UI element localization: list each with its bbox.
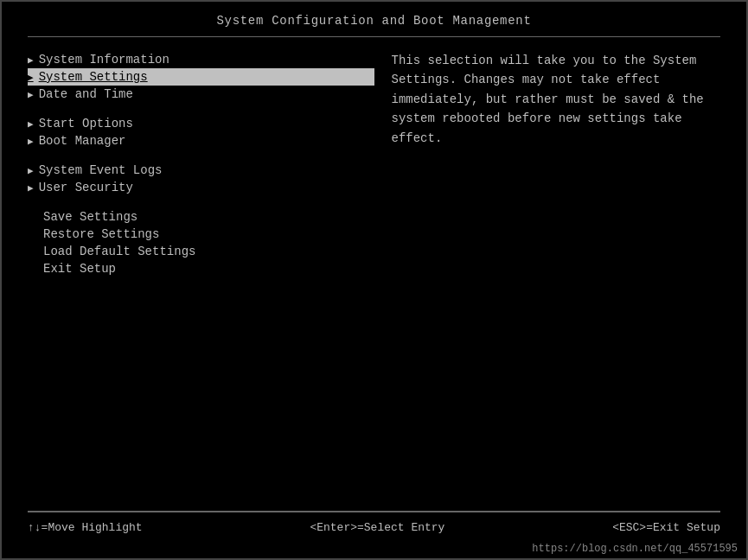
menu-group-2: ▶System Event Logs▶User Security bbox=[28, 162, 374, 196]
menu-item-start-options[interactable]: ▶Start Options bbox=[28, 115, 374, 132]
arrow-icon: ▶ bbox=[28, 165, 34, 176]
description-text: This selection will take you to the Syst… bbox=[392, 54, 704, 145]
menu-item-label-system-information: System Information bbox=[39, 53, 169, 67]
menu-item-system-event-logs[interactable]: ▶System Event Logs bbox=[28, 162, 374, 179]
menu-item-label-exit-setup: Exit Setup bbox=[43, 262, 116, 276]
menu-item-label-date-and-time: Date and Time bbox=[39, 87, 133, 101]
content-area: ▶System Information▶System Settings▶Date… bbox=[2, 37, 746, 511]
menu-item-system-settings[interactable]: ▶System Settings bbox=[28, 68, 374, 86]
menu-item-exit-setup[interactable]: Exit Setup bbox=[28, 260, 374, 277]
arrow-icon: ▶ bbox=[28, 54, 34, 66]
menu-item-label-user-security: User Security bbox=[39, 181, 133, 194]
title-bar: System Configuration and Boot Management bbox=[2, 2, 746, 36]
menu-panel: ▶System Information▶System Settings▶Date… bbox=[28, 37, 374, 511]
menu-item-label-load-default-settings: Load Default Settings bbox=[43, 245, 195, 258]
menu-item-label-system-event-logs: System Event Logs bbox=[39, 163, 163, 177]
arrow-icon: ▶ bbox=[28, 72, 34, 83]
description-panel: This selection will take you to the Syst… bbox=[374, 37, 721, 511]
menu-item-date-and-time[interactable]: ▶Date and Time bbox=[28, 86, 374, 103]
footer-hint-move: ↑↓=Move Highlight bbox=[28, 521, 143, 534]
footer-hint-exit: <ESC>=Exit Setup bbox=[612, 521, 720, 534]
menu-item-load-default-settings[interactable]: Load Default Settings bbox=[28, 243, 374, 260]
menu-item-user-security[interactable]: ▶User Security bbox=[28, 179, 374, 196]
menu-item-label-save-settings: Save Settings bbox=[43, 210, 137, 224]
menu-group-1: ▶Start Options▶Boot Manager bbox=[28, 115, 374, 150]
menu-item-label-restore-settings: Restore Settings bbox=[43, 227, 159, 241]
menu-item-system-information[interactable]: ▶System Information bbox=[28, 51, 374, 68]
menu-item-label-system-settings: System Settings bbox=[39, 70, 148, 84]
menu-item-label-boot-manager: Boot Manager bbox=[39, 134, 126, 148]
arrow-icon: ▶ bbox=[28, 89, 34, 100]
footer-hint-select: <Enter>=Select Entry bbox=[310, 521, 444, 534]
watermark: https://blog.csdn.net/qq_45571595 bbox=[2, 539, 746, 558]
menu-item-label-start-options: Start Options bbox=[39, 117, 133, 130]
page-title: System Configuration and Boot Management bbox=[216, 14, 531, 28]
menu-item-restore-settings[interactable]: Restore Settings bbox=[28, 226, 374, 243]
arrow-icon: ▶ bbox=[28, 118, 34, 130]
menu-group-0: ▶System Information▶System Settings▶Date… bbox=[28, 51, 374, 103]
arrow-icon: ▶ bbox=[28, 182, 34, 194]
footer: ↑↓=Move Highlight <Enter>=Select Entry <… bbox=[28, 512, 720, 539]
bios-screen: System Configuration and Boot Management… bbox=[0, 0, 748, 560]
menu-item-boot-manager[interactable]: ▶Boot Manager bbox=[28, 132, 374, 150]
arrow-icon: ▶ bbox=[28, 136, 34, 147]
menu-item-save-settings[interactable]: Save Settings bbox=[28, 208, 374, 226]
menu-group-3: Save SettingsRestore SettingsLoad Defaul… bbox=[28, 208, 374, 277]
